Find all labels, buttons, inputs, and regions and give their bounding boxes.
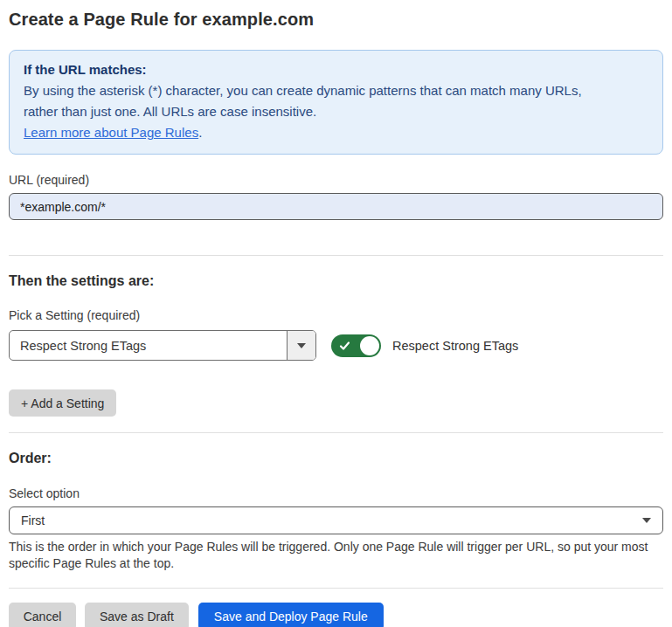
- setting-row: Respect Strong ETags Respect Strong ETag…: [9, 330, 663, 361]
- order-select-value: First: [21, 513, 642, 527]
- setting-select[interactable]: Respect Strong ETags: [9, 330, 316, 361]
- settings-heading: Then the settings are:: [9, 272, 663, 289]
- url-match-info-box: If the URL matches: By using the asteris…: [9, 50, 663, 155]
- toggle-knob: [360, 336, 379, 355]
- create-page-rule-form: Create a Page Rule for example.com If th…: [0, 9, 672, 627]
- respect-strong-etags-toggle[interactable]: [331, 334, 381, 357]
- info-box-body-line2: rather than just one. All URLs are case …: [24, 101, 648, 122]
- order-select[interactable]: First: [9, 506, 663, 534]
- setting-select-value: Respect Strong ETags: [10, 331, 287, 360]
- cancel-button[interactable]: Cancel: [9, 603, 76, 627]
- link-period: .: [198, 125, 202, 140]
- save-draft-button[interactable]: Save as Draft: [85, 603, 189, 627]
- section-divider: [9, 255, 663, 256]
- info-box-link-row: Learn more about Page Rules.: [24, 122, 648, 143]
- learn-more-link[interactable]: Learn more about Page Rules: [24, 125, 198, 140]
- select-option-label: Select option: [9, 486, 663, 500]
- url-label: URL (required): [9, 173, 663, 187]
- pick-setting-label: Pick a Setting (required): [9, 308, 663, 322]
- section-divider: [9, 588, 663, 589]
- page-title: Create a Page Rule for example.com: [9, 9, 663, 30]
- info-box-body-line1: By using the asterisk (*) character, you…: [24, 80, 648, 101]
- caret-down-icon: [297, 343, 306, 348]
- form-actions: Cancel Save as Draft Save and Deploy Pag…: [9, 603, 663, 627]
- check-icon: [339, 341, 350, 351]
- add-setting-button[interactable]: + Add a Setting: [9, 389, 116, 417]
- caret-down-icon: [642, 518, 651, 523]
- order-heading: Order:: [9, 450, 663, 466]
- info-box-heading: If the URL matches:: [24, 59, 648, 80]
- setting-select-caret-button[interactable]: [287, 331, 315, 360]
- save-deploy-button[interactable]: Save and Deploy Page Rule: [198, 603, 384, 627]
- order-help-text: This is the order in which your Page Rul…: [9, 539, 663, 571]
- url-input[interactable]: [9, 193, 663, 220]
- toggle-label: Respect Strong ETags: [392, 339, 518, 353]
- section-divider: [9, 432, 663, 433]
